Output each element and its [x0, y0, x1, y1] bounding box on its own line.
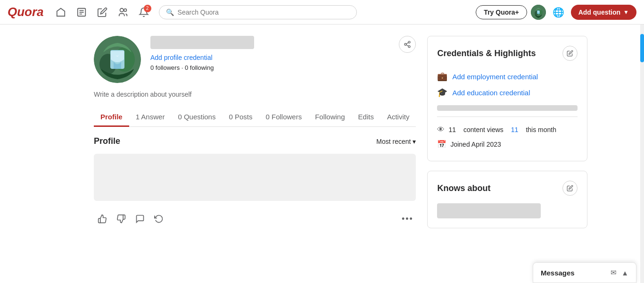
share-action-button[interactable] — [150, 210, 167, 227]
scrollbar-thumb[interactable] — [640, 34, 644, 62]
comment-button[interactable] — [132, 210, 149, 227]
avatar-image — [531, 5, 546, 20]
notifications-button[interactable]: 2 — [134, 3, 153, 22]
tab-answers[interactable]: 1 Answer — [129, 108, 172, 127]
add-credential-link[interactable]: Add profile credential — [150, 54, 416, 61]
create-button[interactable] — [93, 3, 112, 22]
try-quora-button[interactable]: Try Quora+ — [476, 5, 527, 19]
divider — [437, 117, 578, 117]
share-icon — [404, 41, 411, 48]
left-column: Add profile credential 0 followers · 0 f… — [94, 36, 416, 238]
pencil-edit-icon — [567, 50, 573, 57]
tab-profile[interactable]: Profile — [94, 108, 129, 127]
upvote-icon — [98, 214, 107, 224]
notification-badge-2: 2 — [144, 5, 151, 12]
followers-label: followers · — [156, 64, 185, 71]
home-nav-button[interactable] — [51, 3, 70, 22]
content-views-count: 11 — [448, 126, 456, 133]
tab-activity[interactable]: Activity — [380, 108, 416, 127]
following-count: 0 — [185, 64, 188, 71]
right-panel: Credentials & Highlights 💼 Add employmen… — [427, 36, 587, 238]
list-icon — [76, 7, 87, 17]
svg-line-18 — [406, 42, 409, 44]
credentials-card: Credentials & Highlights 💼 Add employmen… — [427, 36, 587, 161]
navbar-right: Try Quora+ 🌐 Add question ▼ — [476, 4, 636, 21]
community-button[interactable] — [114, 3, 132, 22]
svg-point-15 — [405, 43, 406, 45]
joined-label: Joined April 2023 — [450, 141, 501, 148]
knows-about-header: Knows about — [437, 181, 578, 196]
most-recent-button[interactable]: Most recent ▾ — [376, 138, 416, 145]
comment-icon — [135, 214, 145, 224]
knows-about-edit-button[interactable] — [562, 181, 578, 196]
scrollbar-track[interactable] — [640, 25, 644, 249]
following-label: following — [190, 64, 214, 71]
pencil-edit-icon2 — [567, 185, 573, 191]
add-question-button[interactable]: Add question ▼ — [571, 5, 636, 20]
navbar: Quora — [0, 0, 644, 25]
content-card — [94, 154, 416, 201]
following-feed-button[interactable] — [72, 3, 91, 22]
main-container: Add profile credential 0 followers · 0 f… — [86, 25, 558, 249]
upvote-button[interactable] — [94, 210, 111, 227]
svg-point-14 — [408, 41, 410, 43]
section-title: Profile — [94, 136, 120, 146]
briefcase-icon: 💼 — [437, 71, 447, 82]
add-employment-item[interactable]: 💼 Add employment credential — [437, 68, 578, 84]
refresh-icon — [154, 214, 164, 224]
card-actions: ••• — [94, 208, 416, 229]
credentials-title: Credentials & Highlights — [437, 49, 536, 58]
knows-about-title: Knows about — [437, 183, 490, 193]
profile-info: Add profile credential 0 followers · 0 f… — [150, 36, 416, 71]
profile-name-placeholder — [150, 36, 254, 49]
downvote-button[interactable] — [113, 210, 130, 227]
chevron-down-icon: ▼ — [623, 9, 629, 16]
user-avatar-nav[interactable] — [531, 5, 546, 20]
add-education-label: Add education credential — [452, 89, 530, 97]
downvote-icon — [116, 214, 126, 224]
search-input[interactable] — [178, 8, 350, 16]
more-icon: ••• — [402, 214, 413, 224]
section-header: Profile Most recent ▾ — [94, 136, 416, 146]
add-question-label: Add question — [578, 8, 620, 16]
content-views-text: content views — [463, 126, 504, 133]
knows-about-card: Knows about — [427, 171, 587, 228]
calendar-icon: 📅 — [437, 140, 446, 149]
followers-count: 0 — [150, 64, 154, 71]
credentials-header: Credentials & Highlights — [437, 46, 578, 61]
tab-posts[interactable]: 0 Posts — [222, 108, 259, 127]
joined-row: 📅 Joined April 2023 — [437, 137, 578, 151]
description-placeholder[interactable]: Write a description about yourself — [94, 91, 416, 98]
add-employment-label: Add employment credential — [452, 73, 538, 81]
content-views-row: 👁 11 content views 11 this month — [437, 123, 578, 137]
language-button[interactable]: 🌐 — [550, 4, 567, 21]
home-icon — [56, 7, 66, 17]
graduation-icon: 🎓 — [437, 87, 447, 98]
tab-following[interactable]: Following — [308, 108, 351, 127]
svg-point-16 — [408, 46, 410, 48]
search-icon: 🔍 — [166, 8, 174, 16]
profile-tabs: Profile 1 Answer 0 Questions 0 Posts 0 F… — [94, 108, 416, 127]
profile-header: Add profile credential 0 followers · 0 f… — [94, 36, 416, 83]
knows-placeholder — [437, 203, 541, 218]
credentials-edit-button[interactable] — [562, 46, 578, 61]
followers-info: 0 followers · 0 following — [150, 64, 416, 71]
svg-line-17 — [406, 45, 409, 46]
profile-avatar[interactable] — [94, 36, 141, 83]
avatar-image — [94, 36, 141, 83]
svg-point-5 — [124, 8, 126, 11]
people-icon — [118, 7, 128, 17]
svg-point-4 — [120, 8, 123, 11]
content-views-this-month: 11 — [511, 126, 519, 133]
nav-icons: 2 — [51, 3, 153, 22]
tab-questions[interactable]: 0 Questions — [171, 108, 222, 127]
content-views-month-text: this month — [526, 126, 556, 133]
most-recent-label: Most recent — [376, 138, 411, 145]
quora-logo[interactable]: Quora — [8, 5, 44, 19]
search-bar[interactable]: 🔍 — [159, 5, 357, 19]
tab-edits[interactable]: Edits — [352, 108, 380, 127]
pencil-icon — [97, 7, 107, 17]
more-options-button[interactable]: ••• — [399, 210, 416, 227]
tab-followers[interactable]: 0 Followers — [259, 108, 308, 127]
add-education-item[interactable]: 🎓 Add education credential — [437, 84, 578, 100]
